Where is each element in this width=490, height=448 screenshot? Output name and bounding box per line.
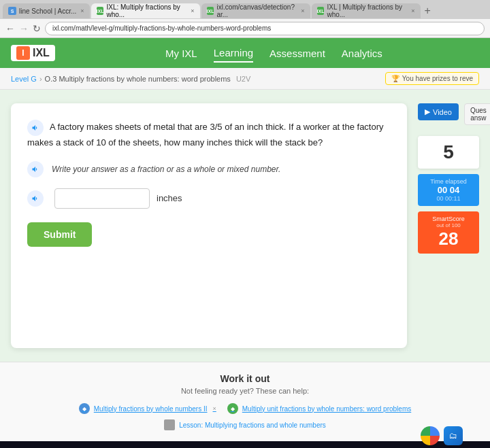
video-button[interactable]: ▶ Video [418,103,459,120]
write-instruction: Write your answer as a fraction or as a … [27,161,391,177]
ixl-logo-text: IXL [33,47,50,59]
speaker-icon-2[interactable] [27,161,44,177]
chrome-icon[interactable] [421,426,440,445]
browser-tab-2[interactable]: IXL IXL: Multiply fractions by who... × [91,3,200,18]
nav-assessment[interactable]: Assessment [270,45,325,62]
nav-analytics[interactable]: Analytics [342,45,382,62]
smart-score-box: SmartScore out of 100 28 [418,211,479,254]
timer-value: 00 04 [423,185,474,195]
tab-bar: S line School | Accr... × IXL IXL: Multi… [0,0,490,19]
finder-icon[interactable]: 🗂 [444,426,463,445]
breadcrumb-topic: O.3 Multiply fractions by whole numbers:… [45,75,231,83]
add-tab-button[interactable]: + [422,5,434,17]
help-close-1[interactable]: × [213,405,216,412]
work-it-out-title: Work it out [11,373,479,384]
breadcrumb-level[interactable]: Level G [11,75,37,83]
browser-tab-4[interactable]: IXL IXL | Multiply fractions by who... × [312,3,421,18]
nav-my-ixl[interactable]: My IXL [165,45,197,62]
help-icon-1: ◆ [79,403,90,414]
trophy-icon: 🏆 [391,75,399,82]
submit-button[interactable]: Submit [27,222,92,247]
browser-tab-3[interactable]: IXL ixl.com/canvas/detection?ar... × [201,3,310,18]
question-box: A factory makes sheets of metal that are… [11,103,407,348]
tab-favicon-4: IXL [317,7,325,15]
questions-count: 5 [418,136,479,169]
help-links: ◆ Multiply fractions by whole numbers II… [11,403,479,414]
browser-tab-1[interactable]: S line School | Accr... × [3,3,90,18]
instruction-text: Write your answer as a fraction or as a … [52,165,280,174]
tab-close-3[interactable]: × [301,7,304,14]
nav-learning[interactable]: Learning [214,44,253,63]
smart-score-sub: out of 100 [423,222,474,228]
nav-back-icon[interactable]: ← [5,23,15,34]
speaker-icon-1[interactable] [27,120,44,136]
tab-close-1[interactable]: × [80,7,84,14]
speaker-icon-3[interactable] [27,190,44,207]
time-detail: 00 00:11 [423,195,474,202]
help-link-2[interactable]: ◆ Multiply unit fractions by whole numbe… [227,403,411,414]
video-quest-row: ▶ Video Ques answ [418,103,479,125]
help-link-1[interactable]: ◆ Multiply fractions by whole numbers II… [79,403,216,414]
breadcrumb: Level G › O.3 Multiply fractions by whol… [0,68,490,90]
video-label: Video [433,108,452,116]
tab-close-2[interactable]: × [191,7,194,14]
ixl-nav: My IXL Learning Assessment Analytics [69,44,479,63]
play-icon: ▶ [425,107,430,116]
quest-label: Ques [470,107,487,114]
answer-row: inches [27,188,391,209]
quest-answer-box: Ques answ [464,103,490,125]
smart-score-label: SmartScore [423,216,474,222]
breadcrumb-code: U2V [236,75,250,83]
tab-close-4[interactable]: × [411,7,414,14]
browser-bottom-icons: 🗂 [421,426,463,445]
tab-label-4: IXL | Multiply fractions by who... [327,3,407,18]
answer-label-text: answ [470,114,487,122]
timer-label: Time elapsed [423,178,474,185]
tab-label-1: line School | Accr... [19,7,76,15]
nav-refresh-icon[interactable]: ↻ [33,23,41,34]
prize-text: You have prizes to reve [402,75,473,82]
ixl-logo-icon: I [16,46,30,60]
address-bar: ← → ↻ [0,19,490,38]
ixl-header: I IXL My IXL Learning Assessment Analyti… [0,38,490,68]
tab-label-3: ixl.com/canvas/detection?ar... [216,3,297,18]
help-icon-2: ◆ [227,403,238,414]
answer-unit: inches [157,193,182,203]
help-link-text-1: Multiply fractions by whole numbers II [94,405,208,413]
address-input[interactable] [45,22,485,35]
question-text: A factory makes sheets of metal that are… [27,120,391,150]
lesson-link[interactable]: Lesson: Multiplying fractions and whole … [11,419,479,430]
prize-banner[interactable]: 🏆 You have prizes to reve [385,72,479,85]
tab-favicon-2: IXL [97,7,104,15]
tab-favicon-1: S [8,7,16,15]
lesson-icon [164,419,175,430]
smart-score-value: 28 [423,228,474,249]
answer-input[interactable] [54,188,150,209]
timer-box: Time elapsed 00 04 00 00:11 [418,174,479,206]
breadcrumb-sep: › [39,75,42,83]
tab-label-2: IXL: Multiply fractions by who... [106,3,186,18]
work-it-out-subtitle: Not feeling ready yet? These can help: [11,387,479,395]
main-content: A factory makes sheets of metal that are… [0,90,490,362]
help-link-text-2: Multiply unit fractions by whole numbers… [242,405,411,413]
work-it-out-section: Work it out Not feeling ready yet? These… [0,362,490,441]
tab-favicon-3: IXL [207,7,214,15]
side-panel: ▶ Video Ques answ 5 Time elapsed 00 04 0… [418,103,479,348]
ixl-logo[interactable]: I IXL [11,45,55,61]
nav-forward-icon[interactable]: → [19,23,29,34]
question-text-main: A factory makes sheets of metal that are… [27,122,384,148]
lesson-text: Lesson: Multiplying fractions and whole … [179,421,326,429]
